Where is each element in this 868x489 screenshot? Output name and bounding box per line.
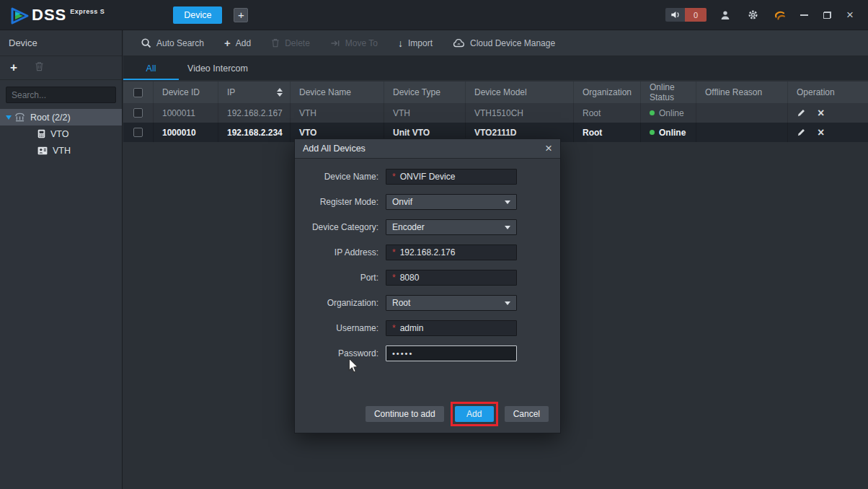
- cell-device-model: VTH1510CH: [466, 103, 574, 123]
- input-value: ONVIF Device: [400, 172, 456, 182]
- edit-icon[interactable]: [797, 108, 806, 118]
- edit-icon[interactable]: [797, 128, 806, 137]
- import-icon: [398, 38, 403, 49]
- cloud-device-manage-button[interactable]: Cloud Device Manage: [453, 38, 555, 48]
- move-to-button[interactable]: Move To: [330, 38, 378, 48]
- chevron-down-icon: [505, 226, 510, 232]
- minimize-icon[interactable]: [796, 8, 812, 22]
- notification-count-badge[interactable]: 0: [685, 8, 707, 22]
- import-button[interactable]: Import: [398, 38, 433, 49]
- cancel-button[interactable]: Cancel: [505, 406, 549, 422]
- column-header[interactable]: Organization: [574, 82, 641, 103]
- select-all-checkbox[interactable]: [133, 88, 143, 97]
- settings-gear-icon[interactable]: [744, 9, 761, 20]
- user-icon[interactable]: [717, 10, 734, 20]
- toolbar-label: Auto Search: [156, 38, 204, 48]
- delete-organization-icon[interactable]: [35, 61, 44, 74]
- close-icon[interactable]: ×: [545, 143, 552, 154]
- wizard-guide-icon[interactable]: [771, 10, 789, 20]
- required-marker: *: [392, 247, 396, 257]
- cell-device-id: 1000010: [154, 123, 218, 142]
- close-icon[interactable]: [842, 8, 858, 22]
- device-category-select[interactable]: Encoder: [386, 219, 517, 235]
- logo-text: DSS: [32, 4, 66, 26]
- cell-organization: Root: [574, 103, 641, 123]
- device-toolbar: Auto Search Add Delete Move To Import Cl…: [123, 30, 868, 56]
- search-input[interactable]: [12, 90, 123, 100]
- ip-address-input[interactable]: * 192.168.2.176: [386, 244, 517, 260]
- field-label: Port:: [295, 273, 386, 283]
- row-checkbox[interactable]: [133, 128, 143, 137]
- device-name-input[interactable]: * ONVIF Device: [386, 169, 517, 185]
- organization-select[interactable]: Root: [386, 295, 517, 311]
- dss-logo-icon: [10, 6, 30, 26]
- alarm-sound-control[interactable]: 0: [665, 8, 707, 22]
- field-label: Device Category:: [295, 222, 386, 232]
- continue-to-add-button[interactable]: Continue to add: [366, 406, 444, 422]
- required-marker: *: [392, 323, 396, 333]
- delete-icon[interactable]: [818, 128, 824, 138]
- app-tab-device[interactable]: Device: [173, 6, 222, 24]
- sidebar-search-box[interactable]: [6, 87, 116, 103]
- select-value: Root: [392, 298, 410, 308]
- add-organization-icon[interactable]: +: [10, 61, 17, 75]
- table-row[interactable]: 1000011 192.168.2.167 VTH VTH VTH1510CH …: [123, 103, 868, 123]
- column-header-label: IP: [227, 87, 235, 97]
- column-header[interactable]: Offline Reason: [696, 82, 788, 103]
- add-device-button[interactable]: Add: [224, 37, 251, 49]
- sort-icon[interactable]: [277, 85, 283, 100]
- chevron-down-icon: [505, 201, 510, 207]
- chevron-down-icon[interactable]: [6, 115, 12, 123]
- input-value: •••••: [392, 349, 413, 358]
- tree-node-vto[interactable]: VTO: [0, 125, 122, 142]
- device-sidebar: Device + Root (2/2) VTO: [0, 30, 123, 489]
- field-label: Device Name:: [295, 172, 386, 182]
- select-value: Encoder: [392, 222, 425, 232]
- speaker-icon[interactable]: [665, 8, 685, 22]
- toolbar-label: Add: [236, 38, 251, 48]
- field-label: Organization:: [295, 298, 386, 308]
- cell-online-status: Online: [641, 103, 696, 123]
- tree-node-root[interactable]: Root (2/2): [0, 109, 122, 125]
- tree-node-vth[interactable]: VTH: [0, 142, 122, 159]
- restore-icon[interactable]: [819, 8, 835, 22]
- toolbar-label: Import: [408, 38, 433, 48]
- column-header[interactable]: IP: [218, 82, 291, 103]
- username-input[interactable]: * admin: [386, 320, 517, 336]
- toolbar-label: Move To: [345, 38, 378, 48]
- table-header-row: Device ID IP Device Name Device Type Dev…: [123, 82, 868, 103]
- row-checkbox[interactable]: [133, 108, 143, 118]
- sidebar-actions: +: [0, 56, 122, 80]
- online-status-dot: [650, 130, 655, 135]
- delete-icon[interactable]: [818, 108, 824, 118]
- field-username: Username: * admin: [295, 320, 560, 336]
- tree-node-label: VTO: [50, 129, 68, 139]
- tab-all[interactable]: All: [123, 56, 179, 80]
- cell-organization: Root: [574, 123, 641, 142]
- new-tab-button[interactable]: +: [234, 8, 248, 22]
- vto-device-icon: [37, 129, 45, 138]
- field-port: Port: * 8080: [295, 270, 560, 286]
- cell-online-status: Online: [641, 123, 696, 142]
- auto-search-button[interactable]: Auto Search: [141, 38, 204, 48]
- field-label: Register Mode:: [295, 197, 386, 207]
- field-label: Username:: [295, 323, 386, 333]
- column-header[interactable]: Online Status: [641, 82, 696, 103]
- column-header[interactable]: Device Type: [384, 82, 466, 103]
- cell-offline-reason: [696, 123, 788, 142]
- column-header[interactable]: Operation: [788, 82, 868, 103]
- column-header[interactable]: Device Name: [291, 82, 384, 103]
- register-mode-select[interactable]: Onvif: [386, 194, 517, 210]
- tab-video-intercom[interactable]: Video Intercom: [179, 56, 257, 80]
- add-button[interactable]: Add: [455, 406, 494, 422]
- app-window: DSS Express S Device + 0: [0, 0, 868, 489]
- column-header[interactable]: Device ID: [154, 82, 218, 103]
- mouse-cursor: [348, 358, 359, 374]
- select-value: Onvif: [392, 197, 412, 207]
- cell-device-type: VTH: [384, 103, 466, 123]
- cell-device-id: 1000011: [154, 103, 218, 123]
- column-header[interactable]: Device Model: [466, 82, 574, 103]
- password-input[interactable]: •••••: [386, 345, 517, 361]
- port-input[interactable]: * 8080: [386, 270, 517, 286]
- delete-device-button[interactable]: Delete: [271, 38, 310, 48]
